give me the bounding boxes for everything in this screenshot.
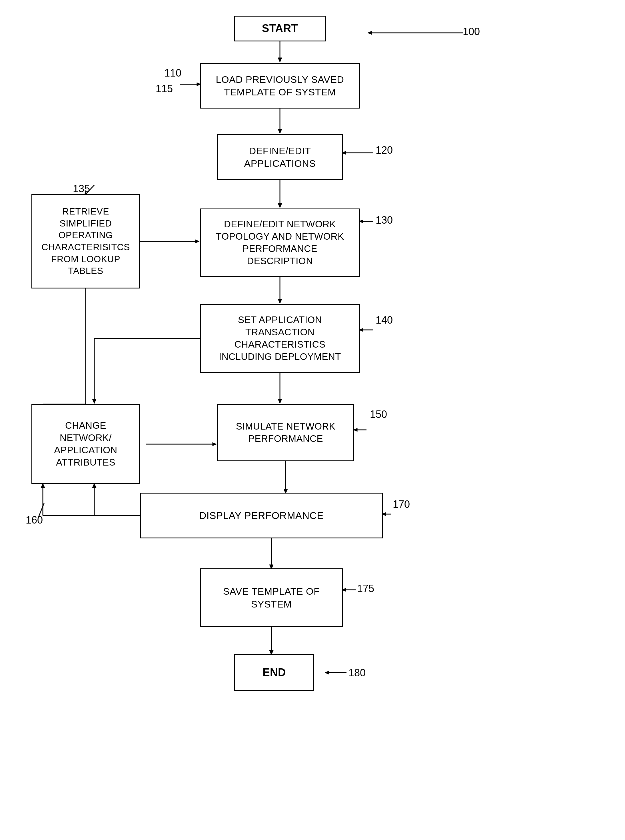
change-network-box: CHANGENETWORK/APPLICATIONATTRIBUTES — [31, 404, 140, 484]
svg-marker-18 — [278, 399, 282, 404]
svg-marker-9 — [195, 240, 199, 243]
label-100: 100 — [463, 26, 480, 38]
display-box: DISPLAY PERFORMANCE — [140, 493, 383, 539]
svg-marker-22 — [213, 443, 216, 446]
svg-marker-3 — [278, 129, 282, 134]
svg-marker-33 — [368, 31, 372, 34]
svg-marker-16 — [92, 399, 96, 404]
svg-marker-7 — [278, 203, 282, 208]
label-180: 180 — [348, 667, 365, 679]
load-box: LOAD PREVIOUSLY SAVED TEMPLATE OF SYSTEM — [200, 63, 360, 109]
define-apps-box: DEFINE/EDITAPPLICATIONS — [217, 134, 343, 180]
svg-marker-1 — [278, 58, 282, 62]
define-network-box: DEFINE/EDIT NETWORKTOPOLOGY AND NETWORKP… — [200, 208, 360, 277]
label-130: 130 — [376, 214, 393, 226]
set-app-box: SET APPLICATIONTRANSACTIONCHARACTERISTIC… — [200, 304, 360, 373]
retrieve-box: RETRIEVESIMPLIFIEDOPERATINGCHARACTERISIT… — [31, 194, 140, 289]
save-box: SAVE TEMPLATE OFSYSTEM — [200, 568, 343, 627]
label-140: 140 — [376, 314, 393, 326]
end-box: END — [234, 654, 314, 691]
label-160: 160 — [26, 514, 43, 526]
label-120: 120 — [376, 144, 393, 156]
label-170: 170 — [393, 498, 410, 511]
label-150: 150 — [370, 408, 387, 421]
start-box: START — [234, 16, 326, 42]
diagram: START LOAD PREVIOUSLY SAVED TEMPLATE OF … — [0, 0, 625, 840]
label-135: 135 — [73, 183, 90, 195]
simulate-box: SIMULATE NETWORKPERFORMANCE — [217, 404, 354, 461]
svg-marker-13 — [278, 299, 282, 304]
label-110: 110 — [164, 67, 181, 79]
label-175: 175 — [357, 583, 374, 595]
svg-marker-47 — [325, 671, 329, 674]
label-115: 115 — [155, 83, 173, 95]
